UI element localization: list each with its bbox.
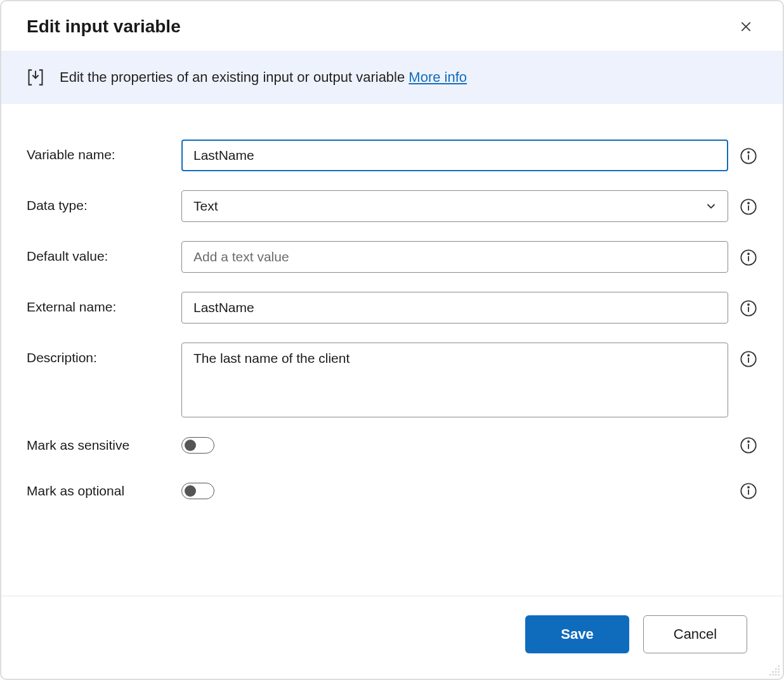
row-default-value: Default value: xyxy=(27,241,757,273)
label-mark-sensitive: Mark as sensitive xyxy=(27,438,181,453)
description-textarea[interactable]: The last name of the client xyxy=(181,343,728,417)
svg-point-11 xyxy=(748,253,749,254)
mark-optional-toggle[interactable] xyxy=(181,483,214,499)
close-icon xyxy=(740,20,752,33)
cancel-button[interactable]: Cancel xyxy=(643,615,747,653)
dialog-header: Edit input variable xyxy=(1,1,783,51)
toggle-knob xyxy=(185,485,196,497)
row-description: Description: The last name of the client xyxy=(27,343,757,417)
row-mark-optional: Mark as optional xyxy=(27,482,757,500)
info-icon[interactable] xyxy=(740,249,757,266)
banner-text: Edit the properties of an existing input… xyxy=(60,69,467,86)
svg-point-27 xyxy=(773,671,774,672)
svg-point-30 xyxy=(769,674,771,676)
svg-point-14 xyxy=(748,304,749,305)
svg-point-8 xyxy=(748,202,749,204)
svg-point-32 xyxy=(775,674,776,676)
svg-point-23 xyxy=(748,487,749,488)
info-icon[interactable] xyxy=(740,299,757,317)
data-type-select[interactable]: Text xyxy=(181,190,728,222)
default-value-input[interactable] xyxy=(181,241,728,273)
edit-variable-dialog: Edit input variable Edit the properties … xyxy=(0,0,784,680)
external-name-input[interactable] xyxy=(181,292,728,324)
info-icon[interactable] xyxy=(740,350,757,368)
save-button[interactable]: Save xyxy=(525,615,629,653)
row-external-name: External name: xyxy=(27,292,757,324)
svg-point-17 xyxy=(748,355,749,356)
variable-name-input[interactable] xyxy=(181,140,728,171)
info-icon[interactable] xyxy=(740,436,757,454)
mark-sensitive-toggle[interactable] xyxy=(181,437,214,454)
dialog-footer: Save Cancel xyxy=(1,596,783,679)
svg-point-5 xyxy=(748,152,749,153)
more-info-link[interactable]: More info xyxy=(408,69,467,85)
label-data-type: Data type: xyxy=(27,190,181,213)
svg-point-28 xyxy=(775,671,776,672)
close-button[interactable] xyxy=(735,15,757,38)
svg-point-33 xyxy=(778,674,780,676)
info-icon[interactable] xyxy=(740,482,757,500)
label-external-name: External name: xyxy=(27,292,181,315)
label-description: Description: xyxy=(27,343,181,365)
toggle-knob xyxy=(185,440,196,451)
label-variable-name: Variable name: xyxy=(27,140,181,162)
row-mark-sensitive: Mark as sensitive xyxy=(27,436,757,454)
row-data-type: Data type: Text xyxy=(27,190,757,222)
dialog-title: Edit input variable xyxy=(27,16,181,37)
banner-message: Edit the properties of an existing input… xyxy=(60,69,408,85)
info-icon[interactable] xyxy=(740,147,757,165)
label-default-value: Default value: xyxy=(27,241,181,264)
svg-point-26 xyxy=(778,669,780,670)
form-body: Variable name: Data type: Text Default v… xyxy=(1,104,783,596)
info-banner: Edit the properties of an existing input… xyxy=(1,51,783,104)
svg-point-29 xyxy=(778,671,780,672)
svg-point-20 xyxy=(748,441,749,442)
resize-grip-icon[interactable] xyxy=(769,665,780,676)
svg-point-31 xyxy=(773,674,774,676)
row-variable-name: Variable name: xyxy=(27,140,757,171)
svg-point-24 xyxy=(778,665,780,667)
variable-import-icon xyxy=(27,69,44,86)
info-icon[interactable] xyxy=(740,198,757,216)
svg-point-25 xyxy=(775,669,776,670)
label-mark-optional: Mark as optional xyxy=(27,483,181,499)
